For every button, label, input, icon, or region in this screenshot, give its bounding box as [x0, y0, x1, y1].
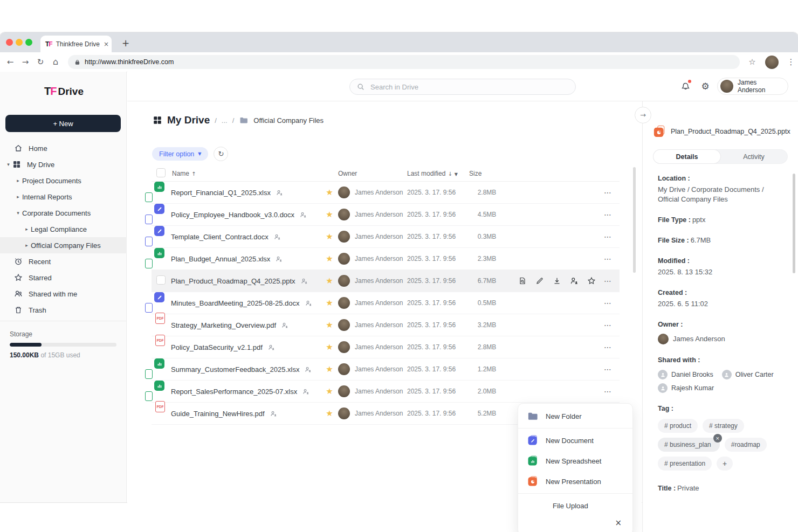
browser-profile-avatar[interactable] — [765, 56, 779, 69]
more-options-icon[interactable]: ⋯ — [604, 211, 612, 218]
file-name-cell[interactable]: Summary_CustomerFeedback_2025.xlsx — [170, 365, 321, 374]
sidebar-item-internal-reports[interactable]: ▸Internal Reports — [0, 189, 127, 205]
panel-collapse-arrow-icon[interactable]: → — [635, 107, 651, 123]
column-header-owner[interactable]: Owner — [338, 170, 407, 177]
sidebar-item-shared-with-me[interactable]: Shared with me — [0, 286, 127, 302]
caret-right-icon[interactable]: ▸ — [23, 227, 31, 232]
star-toggle[interactable]: ★ — [321, 343, 338, 351]
tag-strategy[interactable]: # strategy — [703, 419, 744, 433]
file-name-cell[interactable]: Policy_Employee_Handbook_v3.0.docx — [170, 211, 321, 219]
tab-details[interactable]: Details — [653, 150, 720, 163]
file-row-policy-employee-handbook-v3-0-docx[interactable]: Policy_Employee_Handbook_v3.0.docx★James… — [152, 204, 620, 226]
menu-close-icon[interactable]: × — [615, 519, 622, 527]
more-options-icon[interactable]: ⋯ — [604, 189, 612, 196]
star-toggle[interactable]: ★ — [321, 255, 338, 263]
sidebar-item-starred[interactable]: Starred — [0, 270, 127, 286]
sidebar-item-official-company-files[interactable]: ▸Official Company Files — [0, 237, 127, 253]
forward-icon[interactable]: → — [19, 56, 31, 68]
file-row-summary-customerfeedback-2025-xlsx[interactable]: Summary_CustomerFeedback_2025.xlsx★James… — [152, 358, 620, 381]
table-scrollbar[interactable] — [633, 167, 636, 273]
tag-remove-icon[interactable]: × — [713, 434, 722, 443]
window-zoom-button[interactable] — [25, 39, 32, 46]
more-options-icon[interactable]: ⋯ — [604, 277, 612, 285]
filter-option-button[interactable]: Filter option ▼ — [152, 147, 208, 161]
file-name-cell[interactable]: Plan_Product_Roadmap_Q4_2025.pptx — [170, 277, 321, 285]
tab-close-icon[interactable]: × — [104, 41, 109, 47]
more-options-icon[interactable]: ⋯ — [604, 233, 612, 240]
menu-item-new-document[interactable]: New Document — [518, 430, 632, 451]
file-name-cell[interactable]: Guide_Training_NewHires.pdf — [170, 410, 321, 418]
star-toggle[interactable]: ★ — [321, 211, 338, 219]
tab-activity[interactable]: Activity — [720, 150, 787, 163]
tag-presentation[interactable]: # presentation — [658, 457, 712, 471]
panel-scrollbar[interactable] — [793, 174, 795, 273]
file-row-minutes-boardmeeting-2025-08-25-docx[interactable]: Minutes_BoardMeeting_2025-08-25.docx★Jam… — [152, 292, 620, 314]
new-tab-button[interactable]: + — [119, 36, 133, 50]
search-input[interactable] — [369, 82, 568, 92]
file-name-cell[interactable]: Template_Client_Contract.docx — [170, 233, 321, 241]
settings-gear-icon[interactable]: ⚙ — [698, 79, 712, 93]
notifications-button[interactable] — [678, 79, 692, 93]
caret-right-icon[interactable]: ▸ — [23, 243, 31, 248]
more-options-icon[interactable]: ⋯ — [604, 343, 612, 351]
window-minimize-button[interactable] — [16, 39, 23, 46]
breadcrumb-ellipsis[interactable]: ... — [222, 116, 228, 125]
edit-icon[interactable] — [535, 277, 544, 286]
more-options-icon[interactable]: ⋯ — [604, 299, 612, 307]
caret-down-icon[interactable]: ▾ — [14, 211, 22, 216]
breadcrumb-current[interactable]: Official Company Files — [253, 116, 324, 125]
star-toggle[interactable]: ★ — [321, 365, 338, 374]
star-toggle[interactable]: ★ — [321, 189, 338, 197]
column-header-modified[interactable]: Last modified↓▼ — [407, 170, 461, 177]
back-icon[interactable]: ← — [4, 56, 16, 68]
star-toggle[interactable]: ★ — [321, 410, 338, 418]
menu-item-new-folder[interactable]: New Folder — [518, 406, 632, 426]
tag-roadmap[interactable]: #roadmap — [725, 438, 767, 452]
star-toggle[interactable]: ★ — [321, 277, 338, 285]
file-name-cell[interactable]: Policy_DataSecurity_v2.1.pdf — [170, 343, 321, 351]
browser-tab[interactable]: TF Thinkfree Drive × — [40, 36, 112, 52]
file-row-plan-budget-annual-2025-xlsx[interactable]: Plan_Budget_Annual_2025.xlsx★James Ander… — [152, 248, 620, 270]
column-header-size[interactable]: Size — [461, 170, 513, 177]
add-tag-button[interactable]: + — [717, 457, 733, 471]
sidebar-item-recent[interactable]: Recent — [0, 253, 127, 270]
file-row-plan-product-roadmap-q4-2025-pptx[interactable]: Plan_Product_Roadmap_Q4_2025.pptx★James … — [152, 270, 620, 292]
sidebar-item-home[interactable]: Home — [0, 140, 127, 156]
star-toggle[interactable]: ★ — [321, 321, 338, 329]
file-row-strategy-marketing-overview-pdf[interactable]: PDFStrategy_Marketing_Overview.pdf★James… — [152, 314, 620, 336]
sidebar-item-trash[interactable]: Trash — [0, 302, 127, 318]
sidebar-item-my-drive[interactable]: ▾My Drive — [0, 156, 127, 172]
select-all-checkbox[interactable] — [156, 168, 166, 177]
home-toolbar-icon[interactable]: ⌂ — [50, 56, 61, 68]
file-name-cell[interactable]: Plan_Budget_Annual_2025.xlsx — [170, 255, 321, 263]
more-options-icon[interactable]: ⋯ — [604, 388, 612, 395]
column-header-name[interactable]: Name↑ — [170, 170, 321, 177]
tag-business-plan[interactable]: # business_plan× — [658, 438, 720, 452]
search-bar[interactable] — [349, 79, 576, 95]
more-options-icon[interactable]: ⋯ — [604, 321, 612, 329]
more-options-icon[interactable]: ⋯ — [604, 365, 612, 373]
more-options-icon[interactable]: ⋯ — [604, 255, 612, 262]
browser-menu-icon[interactable]: ⋮ — [785, 56, 797, 68]
caret-right-icon[interactable]: ▸ — [14, 195, 22, 199]
file-name-cell[interactable]: Report_SalesPerformance_2025-07.xlsx — [170, 388, 321, 396]
file-row-policy-datasecurity-v2-1-pdf[interactable]: PDFPolicy_DataSecurity_v2.1.pdf★James An… — [152, 336, 620, 358]
address-bar[interactable]: http://www.thinkfreeDrive.com — [68, 55, 740, 69]
file-name-cell[interactable]: Strategy_Marketing_Overview.pdf — [170, 321, 321, 329]
star-toggle[interactable]: ★ — [321, 299, 338, 307]
sidebar-item-legal-compliance[interactable]: ▸Legal Compliance — [0, 221, 127, 237]
caret-down-icon[interactable]: ▾ — [4, 162, 12, 167]
star-toggle[interactable]: ★ — [321, 388, 338, 396]
file-row-report-financial-q1-2025-xlsx[interactable]: Report_Financial_Q1_2025.xlsx★James Ande… — [152, 182, 620, 204]
user-profile-chip[interactable]: James Anderson — [717, 78, 788, 95]
refresh-button[interactable]: ↻ — [214, 147, 228, 161]
menu-item-new-presentation[interactable]: New Presentation — [518, 471, 632, 492]
star-toggle[interactable]: ★ — [321, 233, 338, 241]
sidebar-item-corporate-documents[interactable]: ▾Corporate Documents — [0, 205, 127, 221]
new-button[interactable]: + New — [5, 115, 121, 132]
file-name-cell[interactable]: Report_Financial_Q1_2025.xlsx — [170, 189, 321, 197]
file-name-cell[interactable]: Minutes_BoardMeeting_2025-08-25.docx — [170, 299, 321, 307]
menu-item-file-upload[interactable]: File Upload — [518, 495, 632, 516]
menu-item-new-spreadsheet[interactable]: New Spreadsheet — [518, 451, 632, 471]
row-checkbox[interactable] — [156, 275, 166, 285]
